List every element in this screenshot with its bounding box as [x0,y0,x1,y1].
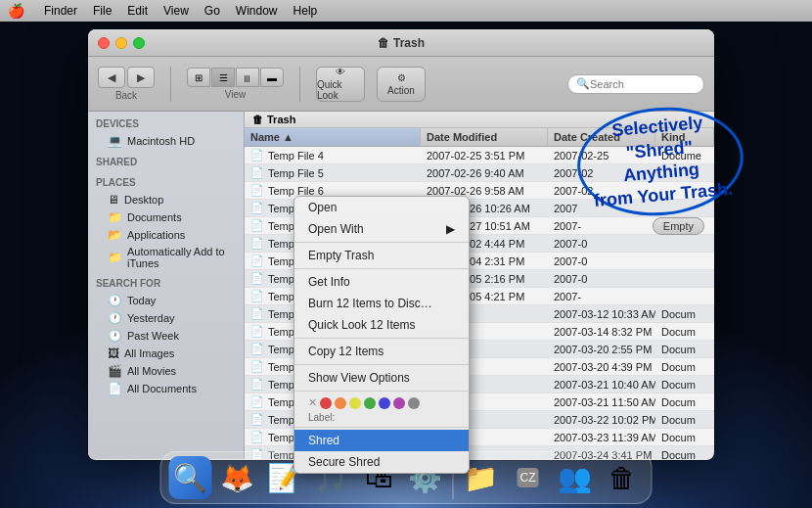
name-header[interactable]: Name ▲ [245,128,421,146]
sidebar-item-itunes[interactable]: 📁 Automatically Add to iTunes [88,244,244,271]
applications-icon: 📂 [108,228,122,242]
file-icon: 📄 [250,325,264,338]
sidebar-applications-label: Applications [127,229,185,241]
today-icon: 🕐 [108,294,122,307]
modified-header[interactable]: Date Modified [421,128,548,146]
file-icon: 📄 [250,219,264,232]
callout-line2: "Shred" Anything [622,137,699,186]
label-purple[interactable] [393,397,405,409]
sidebar: DEVICES 💻 Macintosh HD SHARED PLACES 🖥 D… [88,112,245,459]
action-button[interactable]: ⚙ Action [377,67,426,102]
dock-people[interactable]: 👥 [554,456,597,499]
icon-view-button[interactable]: ⊞ [187,68,210,87]
file-icon: 📄 [250,272,264,285]
sidebar-item-desktop[interactable]: 🖥 Desktop [88,191,244,208]
file-icon: 📄 [250,184,264,197]
back-button[interactable]: ◀ [98,67,125,88]
menubar-finder[interactable]: Finder [44,4,77,18]
sidebar-item-all-documents[interactable]: 📄 All Documents [88,380,244,397]
dock-cz[interactable]: CZ [507,456,550,499]
menubar-edit[interactable]: Edit [127,4,148,18]
trash-path-label: Trash [267,114,295,125]
menu-secure-shred[interactable]: Secure Shred [294,451,469,473]
dock-trash[interactable]: 🗑 [601,456,644,499]
dock-finder[interactable]: 🔍 [169,456,212,499]
label-gray[interactable] [408,397,420,409]
menu-shred[interactable]: Shred [294,430,469,451]
menubar-view[interactable]: View [163,4,189,18]
past-week-icon: 🕐 [108,329,122,343]
toolbar: ◀ ▶ Back ⊞ ☰ ⫼ ▬ View 👁 Quick Look ⚙ Act… [88,57,714,112]
file-icon: 📄 [250,395,264,408]
apple-menu[interactable]: 🍎 [8,3,24,19]
list-view-button[interactable]: ☰ [211,68,235,87]
sidebar-item-documents[interactable]: 📁 Documents [88,208,244,226]
sidebar-past-week-label: Past Week [127,330,179,342]
search-box[interactable]: 🔍 [567,74,704,94]
column-view-button[interactable]: ⫼ [236,68,259,87]
file-icon: 📄 [250,237,264,250]
sidebar-item-macintosh-hd[interactable]: 💻 Macintosh HD [88,132,244,150]
menubar-window[interactable]: Window [236,4,278,18]
file-icon: 📄 [250,431,264,443]
menu-burn[interactable]: Burn 12 Items to Disc… [294,293,469,314]
search-input[interactable] [590,78,696,90]
sidebar-itunes-label: Automatically Add to iTunes [127,246,236,269]
search-header: SEARCH FOR [88,275,244,292]
menubar-file[interactable]: File [93,4,112,18]
documents-icon: 📁 [108,210,122,224]
traffic-lights[interactable] [98,37,145,49]
submenu-arrow: ▶ [446,222,455,236]
menu-quick-look[interactable]: Quick Look 12 Items [294,314,469,336]
sidebar-today-label: Today [127,295,156,306]
context-menu: Open Open With ▶ Empty Trash Get Info Bu… [293,196,470,474]
view-label: View [225,89,247,100]
file-icon: 📄 [250,343,264,355]
all-images-icon: 🖼 [108,346,119,360]
menubar-help[interactable]: Help [293,4,318,18]
file-icon: 📄 [250,413,264,426]
places-header: PLACES [88,174,244,191]
label-orange[interactable] [335,397,346,409]
menu-open[interactable]: Open [294,197,469,218]
maximize-button[interactable] [133,37,145,49]
cover-flow-button[interactable]: ▬ [260,68,284,87]
menu-get-info[interactable]: Get Info [294,271,469,293]
sidebar-desktop-label: Desktop [124,194,163,206]
label-red[interactable] [320,397,332,409]
firefox-icon: 🦊 [220,462,254,494]
empty-trash-button[interactable]: Empty [653,217,704,235]
minimize-button[interactable] [115,37,127,49]
sidebar-all-docs-label: All Documents [127,383,197,394]
forward-button[interactable]: ▶ [127,67,155,88]
sidebar-item-all-images[interactable]: 🖼 All Images [88,345,244,362]
sidebar-item-today[interactable]: 🕐 Today [88,292,244,309]
file-icon: 📄 [250,202,264,214]
label-blue[interactable] [379,397,390,409]
file-icon: 📄 [250,166,264,179]
sidebar-item-yesterday[interactable]: 🕐 Yesterday [88,309,244,327]
separator [294,338,469,339]
itunes-folder-icon: 📁 [108,251,122,264]
menu-open-with[interactable]: Open With ▶ [294,218,469,240]
sidebar-item-all-movies[interactable]: 🎬 All Movies [88,362,244,380]
sidebar-item-past-week[interactable]: 🕐 Past Week [88,327,244,345]
close-button[interactable] [98,37,110,49]
desktop-icon: 🖥 [108,193,119,207]
menu-view-options[interactable]: Show View Options [294,367,469,389]
separator [294,427,469,428]
menu-empty-trash[interactable]: Empty Trash [294,245,469,266]
label-yellow[interactable] [349,397,361,409]
quicklook-button[interactable]: 👁 Quick Look [316,67,365,102]
menu-copy[interactable]: Copy 12 Items [294,341,469,362]
file-icon: 📄 [250,149,264,162]
sidebar-item-applications[interactable]: 📂 Applications [88,226,244,244]
label-green[interactable] [364,397,376,409]
titlebar: 🗑 Trash [88,29,714,57]
dock-firefox[interactable]: 🦊 [216,456,259,499]
menubar-go[interactable]: Go [204,4,220,18]
separator [294,391,469,392]
label-clear[interactable]: ✕ [308,396,317,409]
file-icon: 📄 [250,360,264,373]
all-documents-icon: 📄 [108,382,122,395]
